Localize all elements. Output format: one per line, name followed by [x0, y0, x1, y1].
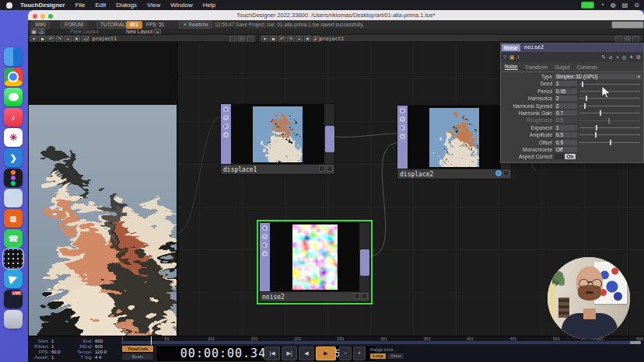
- lock-flag-icon[interactable]: ●: [223, 132, 229, 137]
- lock-flag-icon[interactable]: ●: [262, 251, 268, 256]
- dock-vscode-icon[interactable]: ❯: [4, 148, 23, 167]
- new-layout-button[interactable]: New Layout: [126, 29, 152, 34]
- dock-messages-icon[interactable]: [4, 88, 23, 106]
- left-pane-path[interactable]: / project1: [86, 36, 117, 42]
- timeline-field-value[interactable]: 4 4: [95, 355, 117, 360]
- dock-notes-icon[interactable]: [4, 189, 23, 207]
- node-input-strip[interactable]: ◉✎◧●: [221, 104, 231, 164]
- timeline-field-value[interactable]: 60.0: [51, 350, 70, 355]
- step-back-button[interactable]: −: [339, 346, 352, 360]
- slider-handle[interactable]: [596, 125, 597, 131]
- expression-icon[interactable]: ⌀: [609, 52, 612, 62]
- dock-slack-icon[interactable]: ✳: [4, 128, 23, 147]
- node-displace2[interactable]: ◉✎◧●: [397, 105, 512, 179]
- node-output-connector[interactable]: [325, 126, 334, 152]
- slider-handle[interactable]: [582, 82, 583, 87]
- dock-whatsapp-icon[interactable]: ☎: [4, 229, 23, 248]
- dock-telegram-icon[interactable]: [4, 270, 23, 288]
- menu-file[interactable]: File: [75, 2, 86, 9]
- slider-handle[interactable]: [610, 140, 611, 145]
- edit-flag-icon[interactable]: ✎: [262, 234, 268, 239]
- render-flag[interactable]: [354, 293, 360, 299]
- menu-help[interactable]: Help: [203, 2, 215, 9]
- slider-handle[interactable]: [608, 118, 610, 124]
- param-tab-noise[interactable]: Noise: [505, 64, 518, 70]
- node-name-bar[interactable]: displace1: [221, 164, 334, 174]
- pane-layout-label[interactable]: Pane Layout: [70, 29, 99, 34]
- timeline-field-value[interactable]: 600: [95, 344, 117, 350]
- display-icon[interactable]: ▤: [622, 1, 628, 9]
- dock-td-icon[interactable]: [4, 249, 23, 268]
- timeline-field-value[interactable]: 120.0: [95, 350, 117, 355]
- param-tab-output[interactable]: Output: [555, 64, 570, 70]
- dock-figma-icon[interactable]: [4, 169, 23, 187]
- render-flag[interactable]: [503, 170, 509, 176]
- menu-dialogs[interactable]: Dialogs: [116, 2, 137, 9]
- control-center-icon[interactable]: ⊙: [634, 1, 639, 9]
- param-slider-offset[interactable]: [579, 142, 640, 143]
- play-forward-button[interactable]: ▶: [316, 346, 336, 360]
- dock-live-icon[interactable]: LIVE: [4, 290, 23, 308]
- node-displace1[interactable]: ◉✎◧●: [220, 103, 335, 175]
- dock-orange-icon[interactable]: ▦: [4, 209, 23, 228]
- param-value-exponent[interactable]: 1: [555, 125, 577, 131]
- edit-flag-icon[interactable]: ✎: [400, 117, 405, 122]
- param-tab-transform[interactable]: Transform: [525, 64, 548, 70]
- param-slider-amplitude[interactable]: [579, 134, 640, 135]
- param-slider-roughness[interactable]: [579, 120, 640, 121]
- display-flag[interactable]: [327, 165, 333, 172]
- param-tab-common[interactable]: Common: [577, 64, 597, 70]
- slider-handle[interactable]: [586, 96, 587, 101]
- viewer-flag-icon[interactable]: ◉: [400, 108, 405, 113]
- realtime-toggle[interactable]: ✕ Realtime: [179, 21, 212, 29]
- status-icon-1[interactable]: ◔: [600, 1, 604, 9]
- timeline-range-bar[interactable]: [121, 341, 641, 344]
- lock-icon[interactable]: ▣: [509, 52, 515, 62]
- go-to-end-button[interactable]: ▶|: [282, 346, 297, 360]
- param-value-harmonic-gain[interactable]: 0.7: [555, 110, 577, 116]
- language-globe-icon[interactable]: ◍: [622, 52, 627, 62]
- display-flag-active[interactable]: [495, 170, 502, 176]
- fill-icon[interactable]: ◑: [615, 52, 618, 62]
- menu-window[interactable]: Window: [170, 2, 192, 9]
- timeline-field-value[interactable]: 1: [51, 339, 70, 344]
- play-reverse-button[interactable]: ◀: [299, 346, 314, 360]
- slider-handle[interactable]: [584, 103, 586, 109]
- node-name-bar[interactable]: displace2: [397, 169, 511, 179]
- node-input-strip[interactable]: ◉✎◧●: [397, 106, 408, 169]
- loop-button[interactable]: Loop: [370, 353, 386, 359]
- wiki-button[interactable]: WIKI: [31, 21, 50, 29]
- playhead[interactable]: [151, 336, 152, 345]
- param-slider-seed[interactable]: [579, 84, 640, 85]
- param-value-roughness[interactable]: 0.5: [555, 117, 577, 123]
- battery-icon[interactable]: [581, 2, 594, 9]
- param-value-offset[interactable]: 0.5: [555, 140, 577, 145]
- settings-gear-icon[interactable]: ⚙: [636, 52, 641, 62]
- menu-edit[interactable]: Edit: [96, 2, 107, 9]
- timeline-field-value[interactable]: 600: [95, 339, 117, 344]
- viewer-flag-icon[interactable]: ◉: [262, 225, 268, 231]
- param-slider-harmonic-spread[interactable]: [579, 106, 640, 106]
- dock-finder-icon[interactable]: [4, 47, 23, 66]
- slider-handle[interactable]: [600, 110, 601, 116]
- param-slider-harmonic-gain[interactable]: [579, 113, 640, 113]
- once-button[interactable]: Once: [388, 353, 404, 359]
- timeline-field-value[interactable]: 1: [51, 355, 70, 360]
- menu-touchdesigner[interactable]: TouchDesigner: [20, 2, 65, 9]
- display-flag[interactable]: [362, 293, 368, 299]
- timeline-field-value[interactable]: 1: [51, 344, 70, 350]
- clone-flag-icon[interactable]: ◧: [400, 125, 405, 131]
- param-value-seed[interactable]: 1: [555, 81, 577, 86]
- menu-view[interactable]: View: [147, 2, 160, 9]
- dock-trash-icon[interactable]: [4, 310, 23, 329]
- op-name[interactable]: noise2: [524, 44, 544, 51]
- clone-flag-icon[interactable]: ◧: [262, 242, 268, 248]
- range-end-handle[interactable]: [630, 341, 641, 344]
- timecode-mode-button[interactable]: TimeCode: [122, 346, 153, 352]
- window-title-bar[interactable]: TouchDesigner 2022.33600: /Users/rikloma…: [28, 10, 644, 20]
- step-forward-button[interactable]: +: [353, 346, 366, 360]
- node-noise2-selected[interactable]: ◉✎◧● noise2: [259, 222, 370, 302]
- right-pane-path[interactable]: / project1: [313, 36, 344, 42]
- param-value-harmonics[interactable]: 2: [555, 96, 577, 101]
- param-value-period[interactable]: 0.95: [555, 89, 577, 94]
